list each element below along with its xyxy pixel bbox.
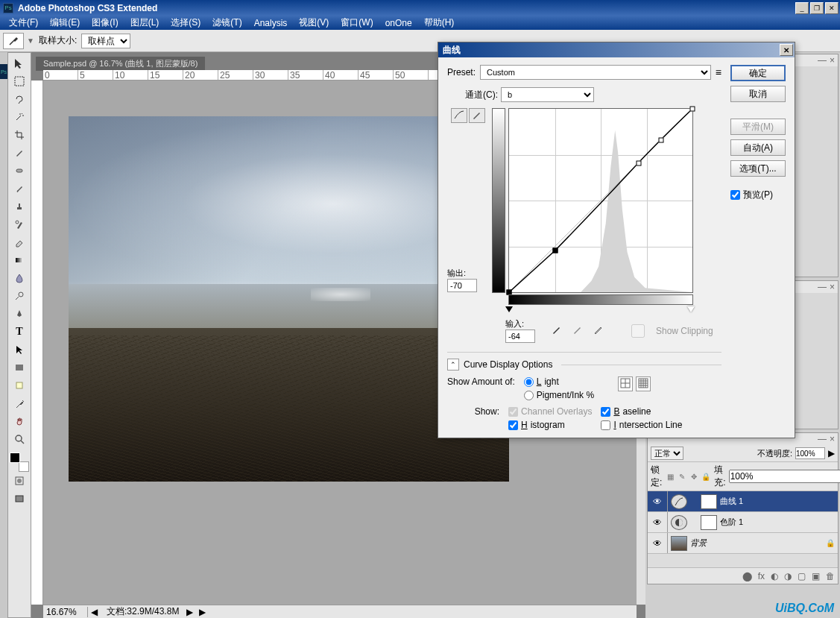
- layer-mask-thumb[interactable]: [701, 515, 717, 530]
- current-tool-icon[interactable]: [3, 33, 24, 49]
- curve-point-selected[interactable]: [552, 248, 558, 253]
- screen-mode-toggle[interactable]: [10, 491, 28, 507]
- eyedropper-black[interactable]: [549, 324, 565, 338]
- sample-size-select[interactable]: 取样点: [81, 34, 130, 48]
- lock-all-icon[interactable]: 🔒: [701, 471, 711, 482]
- grid-detailed[interactable]: [636, 376, 651, 391]
- blend-mode-select[interactable]: 正常: [651, 447, 683, 460]
- curve-graph[interactable]: [508, 108, 693, 293]
- options-button[interactable]: 选项(T)...: [730, 160, 786, 177]
- layer-row-levels[interactable]: 👁 色阶 1: [648, 512, 838, 533]
- black-point-slider[interactable]: [505, 306, 513, 312]
- menu-file[interactable]: 文件(F): [3, 15, 44, 31]
- add-mask-icon[interactable]: ◐: [771, 571, 778, 581]
- cancel-button[interactable]: 取消: [730, 86, 786, 102]
- output-input[interactable]: [447, 279, 477, 292]
- blur-tool[interactable]: [10, 270, 28, 286]
- preset-select[interactable]: Custom: [480, 65, 711, 80]
- adjustment-layer-icon[interactable]: ◑: [784, 571, 792, 581]
- check-channel-overlays[interactable]: Channel Overlays: [508, 406, 592, 417]
- layer-row-background[interactable]: 👁 背景 🔒: [648, 533, 838, 554]
- preview-check[interactable]: 预览(P): [730, 189, 786, 201]
- curve-point-white[interactable]: [690, 107, 695, 112]
- visibility-icon[interactable]: 👁: [651, 496, 664, 507]
- curve-mode-smooth[interactable]: [451, 108, 467, 123]
- maximize-button[interactable]: ❐: [810, 2, 824, 14]
- visibility-icon[interactable]: 👁: [651, 538, 664, 549]
- zoom-tool[interactable]: [10, 431, 28, 447]
- menu-onone[interactable]: onOne: [379, 16, 418, 30]
- color-swatches[interactable]: [10, 453, 29, 472]
- layer-name[interactable]: 曲线 1: [720, 496, 743, 507]
- ruler-vertical[interactable]: [31, 81, 43, 605]
- dialog-titlebar[interactable]: 曲线 ✕: [438, 42, 795, 57]
- ok-button[interactable]: 确定: [730, 65, 786, 81]
- check-intersection[interactable]: Intersection Line: [601, 420, 682, 430]
- lock-position-icon[interactable]: ✥: [689, 471, 699, 482]
- opacity-input[interactable]: [795, 447, 825, 459]
- layer-name[interactable]: 色阶 1: [720, 517, 743, 528]
- preset-menu-icon[interactable]: ≡: [716, 66, 721, 78]
- fill-input[interactable]: [729, 470, 840, 483]
- gradient-tool[interactable]: [10, 252, 28, 268]
- smooth-button[interactable]: 平滑(M): [730, 119, 786, 135]
- grid-simple[interactable]: [618, 376, 633, 391]
- shape-tool[interactable]: [10, 359, 28, 376]
- auto-button[interactable]: 自动(A): [730, 139, 786, 156]
- lasso-tool[interactable]: [10, 91, 28, 107]
- crop-tool[interactable]: [10, 127, 28, 143]
- menu-image[interactable]: 图像(I): [86, 15, 124, 31]
- input-input[interactable]: [505, 330, 535, 343]
- menu-layer[interactable]: 图层(L): [124, 15, 165, 31]
- layer-style-icon[interactable]: fx: [758, 571, 765, 581]
- display-options-toggle[interactable]: ⌃: [447, 359, 459, 371]
- document-tab[interactable]: Sample.psd @ 16.7% (曲线 1, 图层蒙版/8): [36, 57, 205, 71]
- type-tool[interactable]: T: [10, 324, 28, 340]
- layer-mask-thumb[interactable]: [701, 494, 717, 509]
- curve-point[interactable]: [636, 161, 641, 166]
- wand-tool[interactable]: [10, 109, 28, 125]
- menu-window[interactable]: 窗口(W): [335, 15, 379, 31]
- dialog-close-button[interactable]: ✕: [780, 44, 793, 56]
- check-histogram[interactable]: Histogram: [508, 420, 592, 430]
- menu-select[interactable]: 选择(S): [165, 15, 206, 31]
- foreground-color[interactable]: [10, 453, 20, 463]
- path-select-tool[interactable]: [10, 341, 28, 358]
- curve-mode-pencil[interactable]: [469, 108, 485, 123]
- show-clipping-check[interactable]: Show Clipping: [623, 324, 713, 338]
- new-layer-icon[interactable]: ▣: [812, 571, 820, 581]
- hand-tool[interactable]: [10, 413, 28, 429]
- notes-tool[interactable]: [10, 377, 28, 394]
- check-baseline[interactable]: Baseline: [601, 406, 682, 417]
- menu-analysis[interactable]: Analysis: [248, 16, 294, 30]
- close-button[interactable]: ✕: [825, 2, 839, 14]
- eyedropper-gray[interactable]: [569, 324, 586, 338]
- pen-tool[interactable]: [10, 306, 28, 322]
- layer-name[interactable]: 背景: [690, 537, 707, 549]
- lock-pixels-icon[interactable]: ✎: [677, 471, 687, 482]
- visibility-icon[interactable]: 👁: [651, 517, 664, 528]
- group-icon[interactable]: ▢: [798, 571, 806, 581]
- history-brush-tool[interactable]: [10, 216, 28, 233]
- marquee-tool[interactable]: [10, 73, 28, 89]
- layer-row-curves[interactable]: 👁 曲线 1: [648, 491, 838, 512]
- channel-select[interactable]: b: [501, 87, 594, 102]
- dodge-tool[interactable]: [10, 288, 28, 304]
- background-color[interactable]: [19, 461, 29, 472]
- radio-pigment[interactable]: Pigment/Ink %: [524, 390, 594, 400]
- menu-filter[interactable]: 滤镜(T): [206, 15, 247, 31]
- layer-thumb[interactable]: [671, 536, 687, 551]
- minimize-button[interactable]: _: [795, 2, 809, 14]
- link-layers-icon[interactable]: ⬤: [742, 571, 752, 581]
- curve-point[interactable]: [659, 138, 664, 143]
- stamp-tool[interactable]: [10, 198, 28, 215]
- menu-edit[interactable]: 编辑(E): [44, 15, 86, 31]
- menu-help[interactable]: 帮助(H): [418, 15, 461, 31]
- menu-view[interactable]: 视图(V): [293, 15, 335, 31]
- white-point-slider[interactable]: [687, 306, 695, 312]
- lock-transparent-icon[interactable]: ▦: [665, 471, 675, 482]
- radio-light[interactable]: LLightight: [524, 376, 594, 387]
- toolbox-tab[interactable]: Ps: [0, 64, 7, 79]
- heal-tool[interactable]: [10, 163, 28, 179]
- document-info[interactable]: 文档:32.9M/43.8M: [101, 605, 185, 618]
